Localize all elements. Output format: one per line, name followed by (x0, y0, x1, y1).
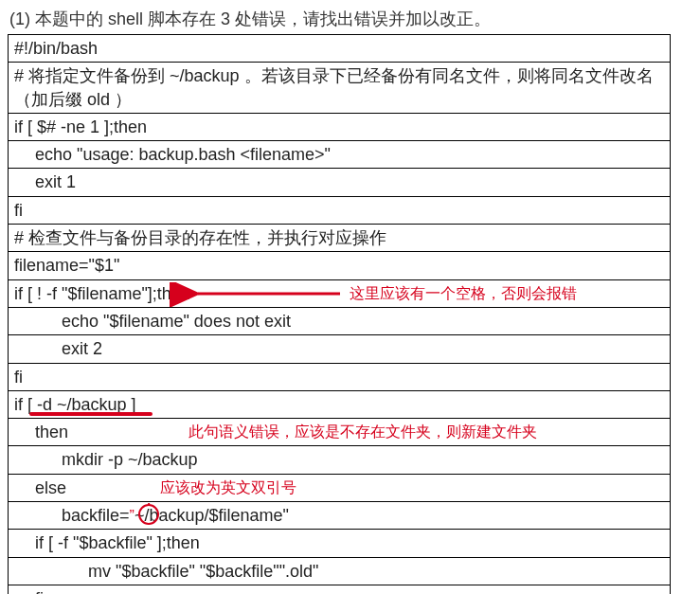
code-line: filename="$1" (9, 252, 671, 279)
code-text-b: ~/backup/$filename" (135, 506, 289, 525)
code-line: fi (9, 585, 671, 594)
code-line: fi (9, 196, 671, 224)
annotation-1: 这里应该有一个空格，否则会报错 (350, 283, 577, 304)
svg-line-2 (149, 503, 150, 505)
code-line-error-3: backfile=”~/backup/$filename" (9, 502, 671, 530)
code-text: else (35, 478, 66, 497)
code-line: if [ -f "$backfile" ];then (9, 530, 671, 557)
code-line: mkdir -p ~/backup (9, 446, 671, 474)
code-line: # 检查文件与备份目录的存在性，并执行对应操作 (9, 225, 671, 252)
code-line: mv "$backfile" "$backfile"".old" (9, 557, 671, 585)
annotation-3: 应该改为英文双引号 (160, 477, 296, 498)
code-text: then (35, 423, 68, 441)
code-text-a: backfile= (62, 506, 130, 525)
code-line: then 此句语义错误，应该是不存在文件夹，则新建文件夹 (9, 419, 671, 446)
code-line-error-1: if [ ! -f "$filename"];then 这里应该有一个空格，否则… (9, 279, 671, 307)
question-text: (1) 本题中的 shell 脚本存在 3 处错误，请找出错误并加以改正。 (9, 8, 691, 30)
code-line: exit 1 (9, 169, 671, 196)
code-text: if [ ! -f "$filename"];then (14, 284, 190, 303)
code-line-error-2: if [ -d ~/backup ] (9, 390, 671, 418)
code-line: if [ $# -ne 1 ];then (9, 113, 671, 140)
annotation-2: 此句语义错误，应该是不存在文件夹，则新建文件夹 (188, 422, 537, 442)
code-line: #!/bin/bash (9, 35, 671, 63)
code-line: # 将指定文件备份到 ~/backup 。若该目录下已经备份有同名文件，则将同名… (9, 63, 671, 114)
code-text: if [ -d ~/backup ] (14, 395, 136, 414)
code-line: fi (9, 363, 671, 390)
code-line: echo "$filename" does not exit (9, 307, 671, 334)
code-line: else 应该改为英文双引号 (9, 474, 671, 501)
code-line: exit 2 (9, 335, 671, 363)
code-line: echo "usage: backup.bash <filename>" (9, 141, 671, 169)
code-table: #!/bin/bash # 将指定文件备份到 ~/backup 。若该目录下已经… (8, 34, 671, 594)
